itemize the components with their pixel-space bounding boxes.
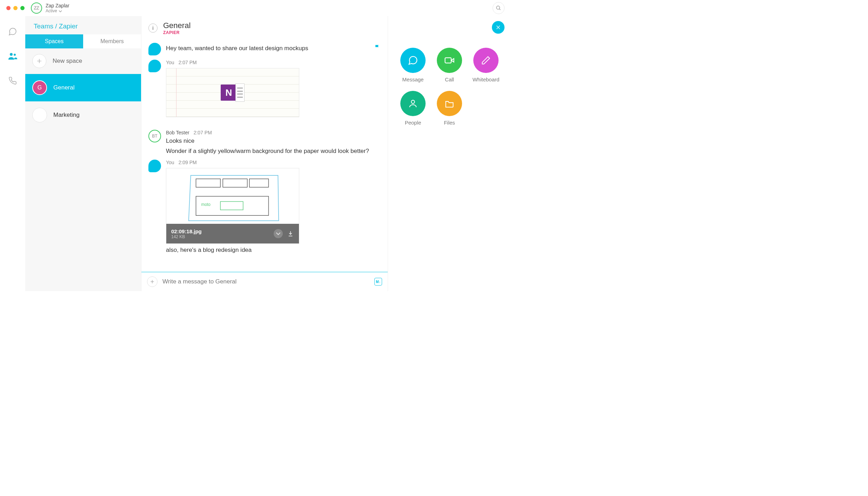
svg-point-17: [411, 100, 414, 103]
svg-rect-16: [445, 58, 452, 63]
message-avatar-you: [148, 160, 161, 172]
pencil-icon: [481, 55, 491, 65]
flag-icon[interactable]: [374, 44, 381, 51]
space-label: Marketing: [53, 112, 80, 119]
user-status[interactable]: Active: [46, 8, 69, 13]
sidebar-tabs: Spaces Members: [25, 34, 141, 48]
attachment-sketch[interactable]: moto 02:09:18.jpg 142 KB: [166, 168, 299, 244]
close-panel-button[interactable]: [492, 21, 505, 34]
minimize-window-dot[interactable]: [13, 6, 18, 10]
svg-text:moto: moto: [201, 202, 211, 207]
message-row: You 2:07 PM N: [148, 60, 381, 117]
chat-title: General: [163, 21, 191, 30]
action-label: Whiteboard: [473, 76, 500, 82]
user-avatar: ZZ: [31, 2, 42, 14]
search-button[interactable]: [493, 2, 505, 14]
space-item-general[interactable]: G General: [25, 74, 141, 101]
compose-add-button[interactable]: [147, 276, 158, 287]
message-sender: You: [166, 160, 174, 165]
markdown-toggle[interactable]: M↓: [374, 278, 382, 286]
folder-icon: [445, 99, 454, 108]
window-controls: [6, 6, 25, 10]
action-label: People: [405, 120, 421, 126]
message-time: 2:09 PM: [179, 160, 197, 165]
action-files[interactable]: Files: [433, 91, 466, 126]
message-text: Looks nice: [166, 137, 381, 146]
tab-spaces[interactable]: Spaces: [25, 34, 83, 48]
svg-line-1: [499, 9, 500, 10]
new-space-label: New space: [53, 58, 82, 65]
action-message[interactable]: Message: [396, 48, 429, 82]
message-time: 2:07 PM: [194, 130, 212, 135]
phone-icon: [8, 76, 17, 85]
svg-rect-11: [220, 202, 243, 210]
plus-icon: [32, 54, 46, 68]
action-label: Call: [445, 76, 454, 82]
people-icon: [8, 52, 18, 60]
right-panel: Message Call Whiteboard: [388, 16, 511, 291]
message-time: 2:07 PM: [179, 60, 197, 65]
new-space-button[interactable]: New space: [25, 48, 141, 74]
message-list[interactable]: Hey team, wanted to share our latest des…: [141, 39, 388, 272]
user-name: Zap Zaplar: [46, 3, 69, 8]
message-avatar-you: [148, 60, 161, 72]
close-window-dot[interactable]: [6, 6, 11, 10]
message-sender: You: [166, 60, 174, 65]
action-label: Message: [402, 76, 424, 82]
message-row: BT Bob Tester 2:07 PM Looks nice Wonder …: [148, 130, 381, 155]
svg-rect-7: [223, 179, 247, 187]
maximize-window-dot[interactable]: [20, 6, 25, 10]
action-label: Files: [444, 120, 455, 126]
download-button[interactable]: [287, 230, 294, 237]
message-text: also, here's a blog redesign idea: [166, 246, 381, 255]
message-text: Wonder if a slightly yellow/warm backgro…: [166, 147, 381, 156]
attachment-onenote[interactable]: N: [166, 68, 299, 117]
search-icon: [496, 5, 501, 11]
onenote-icon: N: [221, 83, 245, 102]
svg-point-2: [10, 53, 13, 56]
space-item-marketing[interactable]: ✱ Marketing: [25, 101, 141, 129]
svg-point-0: [496, 6, 500, 9]
download-icon: [287, 230, 294, 237]
chevron-down-icon: [59, 8, 62, 13]
message-sender: Bob Tester: [166, 130, 189, 135]
file-bar: 02:09:18.jpg 142 KB: [166, 224, 299, 243]
chat-icon: [408, 55, 418, 66]
message-text: Hey team, wanted to share our latest des…: [166, 44, 369, 53]
svg-rect-8: [249, 179, 269, 187]
chat-icon: [8, 27, 17, 36]
svg-point-3: [14, 54, 16, 56]
info-icon[interactable]: i: [148, 24, 158, 33]
close-icon: [495, 25, 501, 30]
current-user-chip[interactable]: ZZ Zap Zaplar Active: [31, 2, 69, 14]
composer: M↓: [141, 272, 388, 291]
action-call[interactable]: Call: [433, 48, 466, 82]
message-avatar-you: [148, 43, 161, 55]
svg-rect-6: [196, 179, 221, 187]
nav-calls[interactable]: [7, 75, 18, 86]
chat-panel: i General ZAPIER Hey team, wanted to sha…: [141, 16, 388, 291]
message-row: Hey team, wanted to share our latest des…: [148, 43, 381, 55]
person-icon: [408, 99, 418, 108]
nav-messages[interactable]: [7, 26, 18, 37]
space-avatar: ✱: [32, 108, 47, 122]
breadcrumb[interactable]: Teams / Zapier: [25, 16, 141, 34]
video-icon: [444, 55, 455, 66]
action-whiteboard[interactable]: Whiteboard: [469, 48, 502, 82]
file-options-button[interactable]: [274, 229, 283, 238]
tab-members[interactable]: Members: [83, 34, 141, 48]
sidebar: Teams / Zapier Spaces Members New space …: [25, 16, 141, 291]
space-avatar: G: [32, 80, 47, 95]
titlebar: ZZ Zap Zaplar Active: [0, 0, 511, 16]
space-label: General: [53, 84, 74, 91]
file-size: 142 KB: [171, 234, 269, 239]
compose-input[interactable]: [162, 278, 369, 285]
action-people[interactable]: People: [396, 91, 429, 126]
message-row: You 2:09 PM mot: [148, 160, 381, 255]
file-name: 02:09:18.jpg: [171, 228, 269, 234]
chevron-down-icon: [276, 231, 281, 236]
plus-icon: [150, 279, 155, 284]
chat-subtitle: ZAPIER: [163, 30, 191, 35]
nav-rail: [0, 16, 25, 291]
nav-teams[interactable]: [7, 51, 18, 62]
